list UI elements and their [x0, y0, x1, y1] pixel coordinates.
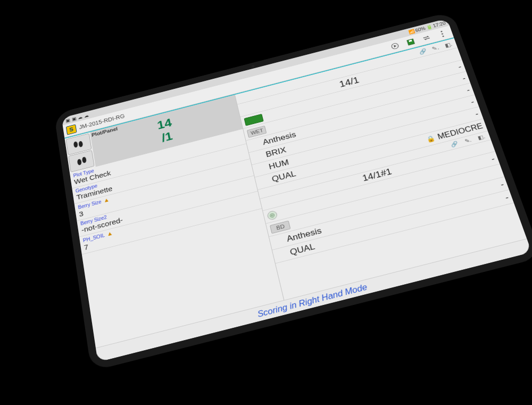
app-screen: ▣ ▣ ☁ ☁ 📶 60% 🔋 17:20 S JM-2015-RDI-RG	[62, 19, 532, 362]
notification-icon: ☁	[77, 114, 82, 120]
notification-icon: ▣	[65, 118, 70, 123]
svg-point-7	[73, 141, 78, 148]
battery-icon: 🔋	[426, 24, 433, 30]
content-area: Plot/Panel 14 /1 Plot Type Wet Check	[64, 37, 527, 348]
svg-point-5	[441, 33, 443, 35]
plot-id-line2: /1	[160, 129, 173, 145]
specimen-type-icon: ◎	[267, 210, 278, 220]
notification-icon: ▣	[71, 116, 76, 121]
notification-icon: ☁	[84, 113, 89, 118]
erase-icon[interactable]: ◧.	[443, 40, 454, 49]
svg-point-4	[440, 30, 443, 32]
svg-marker-1	[394, 44, 397, 47]
svg-point-10	[82, 156, 87, 163]
link-icon[interactable]: 🔗	[417, 47, 428, 56]
svg-point-6	[442, 35, 444, 37]
edit-icon[interactable]: ✎.	[430, 43, 442, 53]
wifi-icon: 📶	[409, 29, 415, 34]
tablet-camera	[251, 65, 255, 68]
app-logo-icon[interactable]: S	[66, 124, 77, 135]
lock-icon: 🔒	[425, 135, 436, 143]
tablet-frame: ▣ ▣ ☁ ☁ 📶 60% 🔋 17:20 S JM-2015-RDI-RG	[54, 11, 532, 371]
svg-point-8	[78, 140, 83, 147]
specimen-tag: BD	[270, 220, 290, 234]
svg-point-9	[77, 159, 82, 166]
svg-rect-2	[407, 39, 414, 45]
